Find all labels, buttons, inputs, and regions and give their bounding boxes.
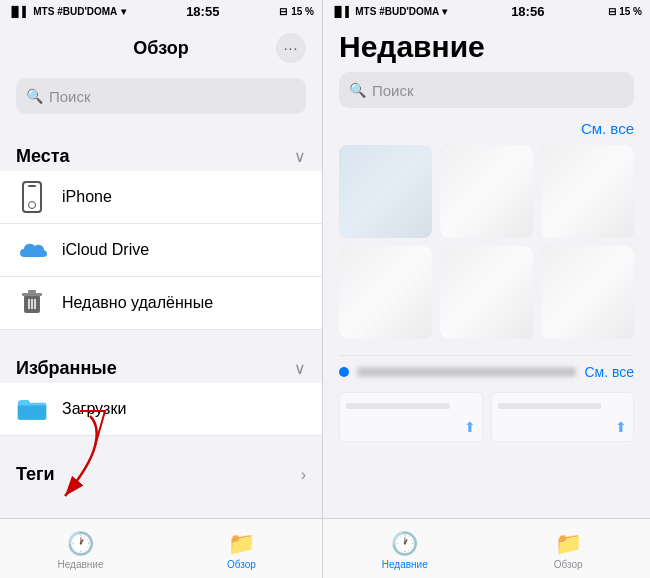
bottom-file-row: ⬆ ⬆ <box>339 392 634 442</box>
blue-dot <box>339 367 349 377</box>
bottom-tabs-left: 🕐 Недавние 📁 Обзор <box>0 518 322 578</box>
svg-rect-2 <box>28 290 36 293</box>
file-thumb-5[interactable] <box>440 246 533 339</box>
tab-browse-left[interactable]: 📁 Обзор <box>161 519 322 578</box>
see-all-row: См. все <box>339 120 634 137</box>
file-thumb-2[interactable] <box>440 145 533 238</box>
svg-rect-1 <box>22 293 42 296</box>
right-time: 18:56 <box>511 4 544 19</box>
doc-thumb-1[interactable]: ⬆ <box>339 392 483 442</box>
see-all-link-2[interactable]: См. все <box>584 364 634 380</box>
tags-section-header: Теги › <box>0 448 322 489</box>
carrier-name: MTS #BUD'DOMA <box>33 6 117 17</box>
right-battery: 15 % <box>619 6 642 17</box>
sidebar-item-downloads[interactable]: Загрузки <box>0 383 322 436</box>
tags-chevron-right[interactable]: › <box>301 466 306 484</box>
file-thumb-1[interactable] <box>339 145 432 238</box>
file-thumb-6[interactable] <box>541 246 634 339</box>
tab-recents-right[interactable]: 🕐 Недавние <box>323 519 487 578</box>
recents-right-icon: 🕐 <box>391 531 418 557</box>
file-thumb-4[interactable] <box>339 246 432 339</box>
time-display: 18:55 <box>186 4 219 19</box>
iphone-icon-container <box>16 181 48 213</box>
content-scroll: Места ∨ iPhone iCloud Drive <box>0 122 322 518</box>
right-battery-icon: ⊟ <box>608 6 616 17</box>
downloads-label: Загрузки <box>62 400 126 418</box>
blurred-filename <box>357 367 576 377</box>
right-search-icon: 🔍 <box>349 82 366 98</box>
places-section-header: Места ∨ <box>0 130 322 171</box>
iphone-label: iPhone <box>62 188 112 206</box>
search-bar-right[interactable]: 🔍 Поиск <box>339 72 634 108</box>
favorites-title: Избранные <box>16 358 117 379</box>
battery-icon: ⊟ <box>279 6 287 17</box>
recents-tab-icon: 🕐 <box>67 531 94 557</box>
recents-tab-label: Недавние <box>58 559 104 570</box>
right-left-status: ▐▌▌ MTS #BUD'DOMA ▾ <box>331 6 447 17</box>
left-panel: ▐▌▌ MTS #BUD'DOMA ▾ 18:55 ⊟ 15 % Обзор ·… <box>0 0 323 578</box>
right-page-title: Недавние <box>339 22 634 72</box>
recents-right-label: Недавние <box>382 559 428 570</box>
right-search-placeholder: Поиск <box>372 82 414 99</box>
tab-browse-right[interactable]: 📁 Обзор <box>487 519 651 578</box>
downloads-folder-icon <box>16 395 48 423</box>
tags-title: Теги <box>16 464 55 485</box>
favorites-section-header: Избранные ∨ <box>0 342 322 383</box>
signal-icon: ▐▌▌ <box>8 6 29 17</box>
battery-level: 15 % <box>291 6 314 17</box>
see-all-link[interactable]: См. все <box>581 120 634 137</box>
bottom-tabs-right: 🕐 Недавние 📁 Обзор <box>323 518 650 578</box>
page-title: Обзор <box>133 38 188 59</box>
status-bar-left: ▐▌▌ MTS #BUD'DOMA ▾ 18:55 ⊟ 15 % <box>0 0 322 22</box>
left-status-info: ▐▌▌ MTS #BUD'DOMA ▾ <box>8 6 126 17</box>
right-signal-icon: ▐▌▌ <box>331 6 352 17</box>
browse-right-icon: 📁 <box>555 531 582 557</box>
places-title: Места <box>16 146 70 167</box>
right-content: Недавние 🔍 Поиск См. все <box>323 22 650 518</box>
browse-tab-icon: 📁 <box>228 531 255 557</box>
sidebar-item-iphone[interactable]: iPhone <box>0 171 322 224</box>
favorites-chevron[interactable]: ∨ <box>294 359 306 378</box>
cloud-upload-icon-1: ⬆ <box>464 419 476 435</box>
right-battery-info: ⊟ 15 % <box>608 6 642 17</box>
icloud-label: iCloud Drive <box>62 241 149 259</box>
cloud-upload-icon-2: ⬆ <box>615 419 627 435</box>
right-carrier: MTS #BUD'DOMA <box>355 6 439 17</box>
search-bar-left[interactable]: 🔍 Поиск <box>16 78 306 114</box>
search-placeholder: Поиск <box>49 88 91 105</box>
iphone-icon <box>22 181 42 213</box>
more-button[interactable]: ··· <box>276 33 306 63</box>
tab-recents-left[interactable]: 🕐 Недавние <box>0 519 161 578</box>
blurred-list-row: См. все <box>339 355 634 388</box>
right-panel: ▐▌▌ MTS #BUD'DOMA ▾ 18:56 ⊟ 15 % Недавни… <box>323 0 650 578</box>
file-thumb-3[interactable] <box>541 145 634 238</box>
more-icon: ··· <box>284 40 299 56</box>
file-grid <box>339 145 634 339</box>
right-status-info: ⊟ 15 % <box>279 6 314 17</box>
places-chevron[interactable]: ∨ <box>294 147 306 166</box>
right-wifi-icon: ▾ <box>442 6 447 17</box>
icloud-icon <box>16 239 48 261</box>
doc-thumb-2[interactable]: ⬆ <box>491 392 635 442</box>
icloud-icon-container <box>16 234 48 266</box>
status-bar-right: ▐▌▌ MTS #BUD'DOMA ▾ 18:56 ⊟ 15 % <box>323 0 650 22</box>
wifi-icon: ▾ <box>121 6 126 17</box>
search-icon: 🔍 <box>26 88 43 104</box>
trash-label: Недавно удалённые <box>62 294 213 312</box>
sidebar-item-trash[interactable]: Недавно удалённые <box>0 277 322 330</box>
browse-tab-label: Обзор <box>227 559 256 570</box>
downloads-icon-container <box>16 393 48 425</box>
trash-icon-container <box>16 287 48 319</box>
trash-icon <box>20 289 44 317</box>
browse-right-label: Обзор <box>554 559 583 570</box>
sidebar-item-icloud[interactable]: iCloud Drive <box>0 224 322 277</box>
nav-header: Обзор ··· <box>0 22 322 74</box>
